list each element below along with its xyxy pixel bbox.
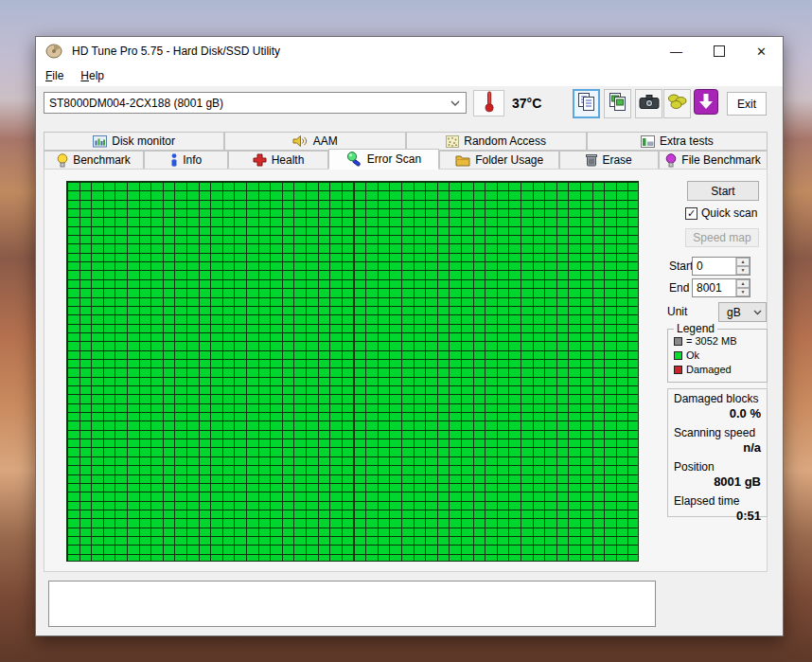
save-results-button[interactable] (692, 89, 719, 118)
window-title: HD Tune Pro 5.75 - Hard Disk/SSD Utility (72, 45, 280, 58)
start-field[interactable]: 0 ▲ ▼ (692, 257, 750, 276)
copy-text-icon (577, 92, 596, 116)
stat-value: n/a (674, 440, 761, 455)
tab-extra-tests[interactable]: Extra tests (587, 132, 768, 151)
stat-position: Position 8001 gB (674, 460, 761, 489)
status-message-box (48, 581, 656, 627)
spin-up-icon[interactable]: ▲ (736, 258, 750, 266)
end-field-label: End (669, 281, 689, 295)
end-field[interactable]: 8001 ▲ ▼ (692, 278, 750, 297)
spin-down-icon[interactable]: ▼ (736, 288, 750, 296)
benchmark-icon (57, 153, 68, 168)
start-scan-button[interactable]: Start (687, 181, 759, 201)
exit-button[interactable]: Exit (727, 92, 767, 116)
hdtune-window: HD Tune Pro 5.75 - Hard Disk/SSD Utility… (35, 36, 784, 636)
error-scan-panel: Start ✓ Quick scan Speed map Start 0 ▲ ▼… (44, 169, 768, 572)
info-icon (170, 153, 178, 168)
start-field-spinner[interactable]: ▲ ▼ (735, 258, 750, 275)
download-icon (694, 89, 718, 118)
legend-label: = 3052 MB (686, 335, 737, 347)
menu-help[interactable]: Help (73, 67, 112, 84)
start-field-value[interactable]: 0 (693, 258, 735, 275)
damaged-swatch (674, 366, 682, 374)
end-field-value[interactable]: 8001 (693, 279, 735, 296)
legend-label: Damaged (686, 364, 732, 375)
tab-label: Health (272, 153, 305, 167)
temperature-value: 37°C (512, 96, 541, 111)
tab-random-access[interactable]: Random Access (406, 132, 587, 151)
legend-groupbox: Legend = 3052 MB Ok Damaged (667, 329, 768, 383)
temperature-button[interactable] (473, 90, 504, 116)
chevron-down-icon (753, 310, 762, 315)
legend-title: Legend (674, 322, 717, 335)
tab-row-2: Benchmark Info Health Error Scan Folder … (44, 151, 768, 170)
block-size-swatch (674, 337, 682, 346)
spin-down-icon[interactable]: ▼ (736, 266, 750, 275)
tab-health[interactable]: Health (228, 151, 327, 170)
coins-icon (667, 93, 688, 115)
tab-label: File Benchmark (681, 153, 760, 167)
legend-item-damaged: Damaged (674, 364, 767, 375)
tab-row-1: Disk monitor AAM Random Access Extra tes… (44, 132, 768, 151)
start-field-label: Start (669, 259, 693, 273)
tab-label: Erase (602, 153, 631, 167)
minimize-button[interactable]: — (655, 37, 697, 65)
stat-label: Scanning speed (674, 426, 761, 439)
tab-disk-monitor[interactable]: Disk monitor (44, 132, 224, 151)
camera-icon (639, 94, 660, 114)
tab-label: Benchmark (73, 153, 131, 167)
chevron-down-icon (450, 100, 460, 106)
tab-erase[interactable]: Erase (559, 151, 659, 170)
tab-folder-usage[interactable]: Folder Usage (439, 151, 559, 170)
copy-image-icon (609, 92, 627, 116)
tab-label: Extra tests (660, 134, 714, 148)
speaker-icon (292, 134, 309, 148)
extra-tests-icon (641, 135, 655, 148)
quick-scan-label: Quick scan (701, 206, 757, 220)
title-bar: HD Tune Pro 5.75 - Hard Disk/SSD Utility… (36, 37, 783, 65)
toolbar: ST8000DM004-2CX188 (8001 gB) 37°C (36, 86, 783, 124)
tab-info[interactable]: Info (144, 151, 228, 170)
tab-file-benchmark[interactable]: File Benchmark (659, 151, 768, 170)
legend-item-ok: Ok (674, 349, 767, 361)
check-icon: ✓ (687, 208, 696, 219)
quick-scan-checkbox[interactable]: ✓ (685, 207, 697, 220)
screenshot-button[interactable] (635, 89, 662, 118)
menu-bar: File Help (36, 65, 783, 86)
tab-aam[interactable]: AAM (224, 132, 405, 151)
end-field-spinner[interactable]: ▲ ▼ (735, 279, 750, 296)
legend-item-block-size: = 3052 MB (674, 335, 767, 347)
stat-label: Position (674, 460, 761, 474)
maximize-button[interactable] (697, 37, 740, 65)
stat-damaged-blocks: Damaged blocks 0.0 % (674, 392, 761, 420)
health-cross-icon (253, 153, 267, 167)
stat-value: 0:51 (674, 509, 761, 523)
app-icon (45, 44, 62, 59)
drive-selector-value: ST8000DM004-2CX188 (8001 gB) (49, 97, 223, 110)
tab-label: Folder Usage (475, 153, 543, 167)
spin-up-icon[interactable]: ▲ (736, 279, 750, 288)
stat-value: 0.0 % (674, 406, 761, 420)
legend-label: Ok (686, 349, 699, 361)
speed-map-button: Speed map (685, 228, 759, 247)
tab-benchmark[interactable]: Benchmark (44, 151, 144, 170)
unit-dropdown[interactable]: gB (718, 302, 767, 322)
drive-selector-dropdown[interactable]: ST8000DM004-2CX188 (8001 gB) (44, 92, 467, 114)
trash-icon (586, 153, 597, 167)
tab-error-scan[interactable]: Error Scan (328, 149, 440, 170)
donate-button[interactable] (663, 89, 691, 118)
stat-value: 8001 gB (674, 474, 761, 489)
stat-scanning-speed: Scanning speed n/a (674, 426, 761, 455)
menu-file[interactable]: File (38, 67, 71, 84)
disk-monitor-icon (93, 134, 107, 148)
stat-label: Damaged blocks (674, 392, 761, 405)
copy-image-button[interactable] (604, 89, 631, 118)
tab-label: Info (183, 153, 202, 167)
quick-scan-option[interactable]: ✓ Quick scan (685, 206, 757, 220)
stat-elapsed-time: Elapsed time 0:51 (674, 494, 761, 523)
scan-block-grid (66, 181, 639, 562)
close-button[interactable]: ✕ (740, 37, 783, 65)
tab-label: Error Scan (367, 152, 421, 166)
copy-text-button[interactable] (573, 89, 600, 118)
tab-label: Random Access (464, 134, 546, 148)
